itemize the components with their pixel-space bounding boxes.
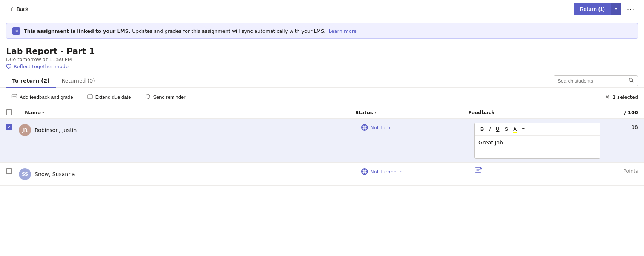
feedback-grade-icon bbox=[11, 94, 17, 101]
bold-button[interactable]: B bbox=[478, 125, 486, 133]
student-row: JR Robinson, Justin Not turned in B I U … bbox=[0, 119, 644, 163]
not-turned-in-icon-ss bbox=[361, 168, 368, 175]
feedback-editor-jr: B I U S A ≡ Great Job! bbox=[474, 123, 600, 159]
feedback-icon-ss[interactable]: 0 bbox=[474, 167, 483, 176]
avatar-ss: SS bbox=[19, 168, 31, 180]
col-name-label: Name bbox=[25, 110, 41, 115]
underline-button[interactable]: U bbox=[494, 125, 501, 133]
more-dots-icon: ··· bbox=[627, 5, 635, 13]
back-icon bbox=[9, 6, 14, 12]
toolbar-divider-2 bbox=[138, 94, 138, 101]
reflect-mode-link[interactable]: Reflect together mode bbox=[6, 64, 638, 69]
reflect-mode-label: Reflect together mode bbox=[14, 64, 69, 69]
extend-due-label: Extend due date bbox=[95, 94, 131, 100]
back-label: Back bbox=[17, 6, 28, 12]
status-label-jr: Not turned in bbox=[370, 125, 403, 130]
tab-to-return[interactable]: To return (2) bbox=[6, 74, 56, 88]
row-checkbox-cell-ss bbox=[0, 163, 19, 179]
row-feedback-cell-ss: 0 bbox=[474, 163, 606, 180]
add-feedback-grade-button[interactable]: Add feedback and grade bbox=[6, 91, 78, 103]
clear-selected-button[interactable]: ✕ bbox=[605, 94, 610, 101]
row-checkbox-cell-jr bbox=[0, 119, 19, 135]
svg-rect-2 bbox=[88, 95, 92, 99]
highlight-button[interactable]: A bbox=[511, 125, 518, 133]
action-toolbar: Add feedback and grade Extend due date S… bbox=[0, 88, 644, 106]
col-feedback-label: Feedback bbox=[468, 110, 495, 115]
status-not-turned-jr: Not turned in bbox=[361, 124, 403, 131]
top-right-actions: Return (1) ▾ ··· bbox=[574, 3, 638, 15]
extend-due-date-button[interactable]: Extend due date bbox=[82, 91, 136, 103]
col-header-checkbox bbox=[6, 109, 25, 115]
name-sort-icon: ▾ bbox=[42, 110, 44, 115]
return-dropdown-button[interactable]: ▾ bbox=[611, 3, 621, 15]
status-sort-icon: ▾ bbox=[375, 110, 377, 115]
select-all-checkbox[interactable] bbox=[6, 109, 12, 115]
send-reminder-button[interactable]: Send reminder bbox=[140, 91, 190, 103]
top-bar: Back Return (1) ▾ ··· bbox=[0, 0, 644, 18]
row-name-cell-jr: JR Robinson, Justin bbox=[19, 119, 361, 141]
svg-text:0: 0 bbox=[480, 168, 481, 170]
student-name-jr: Robinson, Justin bbox=[35, 127, 77, 133]
add-feedback-label: Add feedback and grade bbox=[20, 94, 73, 100]
status-not-turned-ss: Not turned in bbox=[361, 168, 403, 175]
italic-button[interactable]: I bbox=[487, 125, 492, 133]
student-checkbox-ss[interactable] bbox=[6, 168, 12, 174]
col-header-feedback: Feedback bbox=[468, 109, 600, 115]
lms-banner: ⊞ This assignment is linked to your LMS.… bbox=[6, 23, 638, 39]
selected-info: ✕ 1 selected bbox=[605, 94, 638, 101]
editor-toolbar-jr: B I U S A ≡ bbox=[475, 123, 600, 136]
tab-returned[interactable]: Returned (0) bbox=[56, 74, 101, 88]
heart-icon bbox=[6, 64, 11, 69]
col-score-label: / 100 bbox=[624, 110, 638, 115]
return-button[interactable]: Return (1) bbox=[574, 3, 611, 15]
list-button[interactable]: ≡ bbox=[520, 125, 527, 133]
return-btn-group: Return (1) ▾ bbox=[574, 3, 621, 15]
selected-count: 1 selected bbox=[613, 94, 638, 100]
score-value-jr[interactable]: 98 bbox=[631, 124, 638, 130]
assignment-header: Lab Report - Part 1 Due tomorrow at 11:5… bbox=[0, 43, 644, 71]
student-row: SS Snow, Susanna Not turned in 0 Points bbox=[0, 163, 644, 186]
search-icon bbox=[629, 78, 634, 84]
lms-banner-text: This assignment is linked to your LMS. U… bbox=[24, 28, 357, 34]
more-options-button[interactable]: ··· bbox=[624, 4, 638, 15]
assignment-title: Lab Report - Part 1 bbox=[6, 46, 638, 56]
student-checkbox-jr[interactable] bbox=[6, 124, 12, 130]
lms-learn-more-link[interactable]: Learn more bbox=[329, 28, 357, 34]
row-feedback-cell-jr: B I U S A ≡ Great Job! bbox=[474, 119, 606, 162]
extend-due-icon bbox=[87, 94, 93, 101]
search-input[interactable] bbox=[558, 78, 626, 84]
col-header-score: / 100 bbox=[600, 109, 638, 115]
lms-icon: ⊞ bbox=[12, 27, 20, 35]
table-header: Name ▾ Status ▾ Feedback / 100 bbox=[0, 106, 644, 119]
action-toolbar-left: Add feedback and grade Extend due date S… bbox=[6, 91, 191, 103]
avatar-jr: JR bbox=[19, 124, 31, 136]
tabs-bar: To return (2) Returned (0) bbox=[0, 74, 644, 88]
col-status-label: Status bbox=[355, 110, 373, 115]
score-value-ss[interactable]: Points bbox=[623, 168, 638, 174]
row-status-cell-jr: Not turned in bbox=[361, 119, 474, 136]
search-box bbox=[554, 75, 638, 86]
student-name-ss: Snow, Susanna bbox=[35, 171, 75, 177]
row-score-cell-ss: Points bbox=[606, 163, 644, 179]
highlight-icon: A bbox=[513, 126, 517, 133]
assignment-due: Due tomorrow at 11:59 PM bbox=[6, 57, 638, 62]
reminder-icon bbox=[145, 94, 151, 101]
editor-content-jr[interactable]: Great Job! bbox=[475, 136, 600, 158]
row-status-cell-ss: Not turned in bbox=[361, 163, 474, 180]
toolbar-divider-1 bbox=[80, 94, 80, 101]
send-reminder-label: Send reminder bbox=[153, 94, 185, 100]
strikethrough-button[interactable]: S bbox=[503, 125, 510, 133]
back-button[interactable]: Back bbox=[6, 5, 31, 14]
status-label-ss: Not turned in bbox=[370, 169, 403, 175]
row-score-cell-jr: 98 bbox=[606, 119, 644, 135]
lms-bold-text: This assignment is linked to your LMS. bbox=[24, 28, 130, 34]
tabs-left: To return (2) Returned (0) bbox=[6, 74, 101, 87]
row-name-cell-ss: SS Snow, Susanna bbox=[19, 163, 361, 185]
col-header-name[interactable]: Name ▾ bbox=[25, 109, 355, 115]
lms-desc-text: Updates and grades for this assignment w… bbox=[132, 28, 325, 34]
not-turned-in-icon-jr bbox=[361, 124, 368, 131]
col-header-status[interactable]: Status ▾ bbox=[355, 109, 468, 115]
